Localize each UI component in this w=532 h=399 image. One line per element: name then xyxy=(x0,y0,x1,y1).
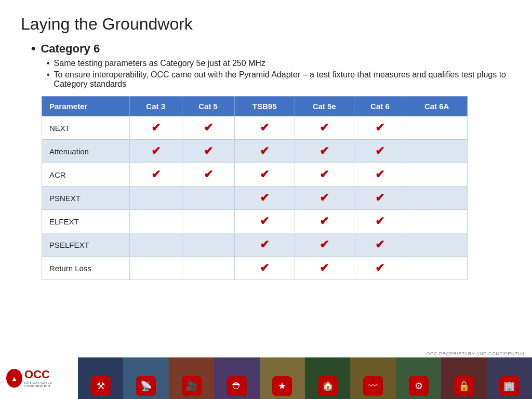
cell-check xyxy=(406,210,468,233)
cell-check: ✔ xyxy=(354,210,406,233)
occ-logo-text: OCC OPTICAL CABLE CORPORATION xyxy=(24,368,72,388)
antenna-icon: 📡 xyxy=(123,357,168,399)
factory-icon: ⚙ xyxy=(396,357,441,399)
building-icon: 🏢 xyxy=(487,357,532,399)
col-header-cat3: Cat 3 xyxy=(129,97,182,116)
cell-check: ✔ xyxy=(295,257,354,280)
cell-check: ✔ xyxy=(354,116,406,140)
cell-check xyxy=(182,187,234,210)
camera-icon-badge: 🎥 xyxy=(182,376,202,396)
cell-check xyxy=(129,187,182,210)
cell-check xyxy=(406,140,468,163)
cell-param: Return Loss xyxy=(42,257,130,280)
military-icon-badge: ★ xyxy=(272,376,292,396)
house-icon-badge: 🏠 xyxy=(318,376,338,396)
hardhat-icon-badge: ⛑ xyxy=(227,376,247,396)
col-header-cat5e: Cat 5e xyxy=(295,97,354,116)
table-row: Return Loss✔✔✔ xyxy=(42,257,468,280)
footer-bar: ▲ OCC OPTICAL CABLE CORPORATION ⚒📡🎥⛑★🏠〰⚙… xyxy=(0,357,532,399)
cell-check xyxy=(182,233,234,257)
cell-check: ✔ xyxy=(354,163,406,187)
cell-check: ✔ xyxy=(182,116,234,140)
sub-bullet-2: To ensure interoperability, OCC came out… xyxy=(47,70,511,89)
slide-title: Laying the Groundwork xyxy=(21,15,511,34)
cell-check: ✔ xyxy=(354,140,406,163)
cable-icon: 〰 xyxy=(350,357,395,399)
cell-check: ✔ xyxy=(354,233,406,257)
col-header-cat6: Cat 6 xyxy=(354,97,406,116)
cell-check: ✔ xyxy=(129,116,182,140)
col-header-tsb95: TSB95 xyxy=(234,97,295,116)
cell-check: ✔ xyxy=(129,140,182,163)
cell-check: ✔ xyxy=(295,187,354,210)
table-body: NEXT✔✔✔✔✔Attenuation✔✔✔✔✔ACR✔✔✔✔✔PSNEXT✔… xyxy=(42,116,468,280)
antenna-icon-badge: 📡 xyxy=(136,376,156,396)
cell-check: ✔ xyxy=(234,116,295,140)
cell-check xyxy=(406,163,468,187)
occ-logo-icon: ▲ xyxy=(6,369,22,388)
cell-check: ✔ xyxy=(234,257,295,280)
server-icon-badge: 🔒 xyxy=(454,376,474,396)
footer-logo: ▲ OCC OPTICAL CABLE CORPORATION xyxy=(0,357,78,399)
cell-check xyxy=(129,257,182,280)
table-row: NEXT✔✔✔✔✔ xyxy=(42,116,468,140)
hardhat-icon: ⛑ xyxy=(214,357,259,399)
cell-param: ACR xyxy=(42,163,130,187)
table-row: PSELFEXT✔✔✔ xyxy=(42,233,468,257)
table-row: Attenuation✔✔✔✔✔ xyxy=(42,140,468,163)
server-icon: 🔒 xyxy=(441,357,486,399)
cell-check xyxy=(182,257,234,280)
cell-check xyxy=(182,210,234,233)
cell-check: ✔ xyxy=(295,116,354,140)
col-header-cat6a: Cat 6A xyxy=(406,97,468,116)
military-icon: ★ xyxy=(260,357,305,399)
cell-check: ✔ xyxy=(129,163,182,187)
house-icon: 🏠 xyxy=(305,357,350,399)
cell-param: PSELFEXT xyxy=(42,233,130,257)
bullet-category6: Category 6 xyxy=(31,41,511,56)
sub-bullets: Same testing parameters as Category 5e j… xyxy=(47,59,511,89)
cable-icon-badge: 〰 xyxy=(363,376,383,396)
col-header-cat5: Cat 5 xyxy=(182,97,234,116)
cell-check xyxy=(406,233,468,257)
occ-logo: ▲ OCC OPTICAL CABLE CORPORATION xyxy=(6,368,72,388)
cell-check xyxy=(129,233,182,257)
cell-param: Attenuation xyxy=(42,140,130,163)
sub-bullet-1: Same testing parameters as Category 5e j… xyxy=(47,59,511,68)
cell-check xyxy=(406,187,468,210)
cell-check: ✔ xyxy=(295,210,354,233)
cell-param: PSNEXT xyxy=(42,187,130,210)
factory-icon-badge: ⚙ xyxy=(409,376,429,396)
cell-check: ✔ xyxy=(295,233,354,257)
slide-content: Laying the Groundwork Category 6 Same te… xyxy=(0,0,532,280)
footer-icons-area: ⚒📡🎥⛑★🏠〰⚙🔒🏢 xyxy=(78,357,532,399)
occ-full-name: OPTICAL CABLE CORPORATION xyxy=(24,381,72,388)
cell-check xyxy=(129,210,182,233)
cell-check xyxy=(406,116,468,140)
cell-check: ✔ xyxy=(354,187,406,210)
cell-check: ✔ xyxy=(295,163,354,187)
construction-icon: ⚒ xyxy=(78,357,123,399)
cell-check: ✔ xyxy=(234,233,295,257)
cell-check: ✔ xyxy=(234,140,295,163)
cell-check: ✔ xyxy=(182,163,234,187)
cell-check: ✔ xyxy=(354,257,406,280)
table-row: PSNEXT✔✔✔ xyxy=(42,187,468,210)
proprietary-label: OCC PROPRIETARY AND CONFIDENTIAL xyxy=(426,351,526,356)
cell-param: ELFEXT xyxy=(42,210,130,233)
occ-name: OCC xyxy=(24,368,72,381)
cell-check: ✔ xyxy=(295,140,354,163)
cell-check xyxy=(406,257,468,280)
cell-check: ✔ xyxy=(234,210,295,233)
table-row: ACR✔✔✔✔✔ xyxy=(42,163,468,187)
table-row: ELFEXT✔✔✔ xyxy=(42,210,468,233)
col-header-parameter: Parameter xyxy=(42,97,130,116)
cell-check: ✔ xyxy=(234,163,295,187)
building-icon-badge: 🏢 xyxy=(499,376,519,396)
table-header-row: Parameter Cat 3 Cat 5 TSB95 Cat 5e Cat 6… xyxy=(42,97,468,116)
cell-check: ✔ xyxy=(234,187,295,210)
cell-param: NEXT xyxy=(42,116,130,140)
camera-icon: 🎥 xyxy=(169,357,214,399)
cell-check: ✔ xyxy=(182,140,234,163)
parameter-table: Parameter Cat 3 Cat 5 TSB95 Cat 5e Cat 6… xyxy=(42,96,468,280)
